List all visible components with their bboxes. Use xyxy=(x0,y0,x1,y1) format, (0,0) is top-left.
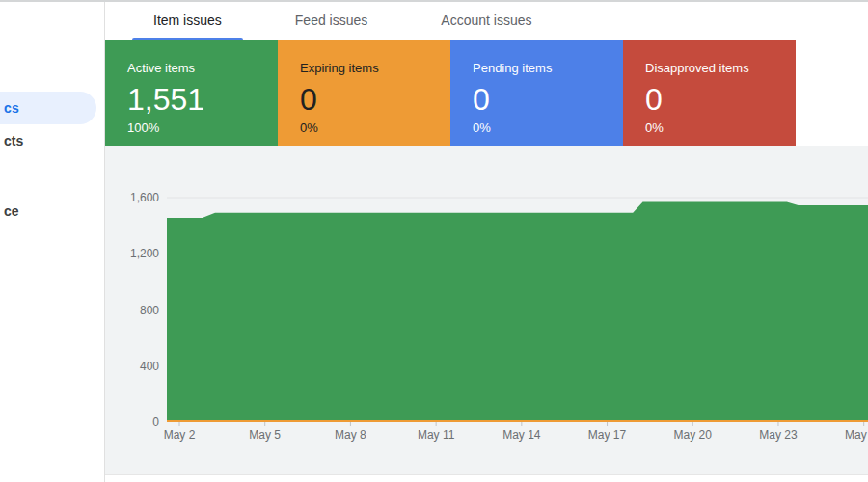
card-percent: 0% xyxy=(645,120,796,136)
issues-tab-bar: Item issues Feed issues Account issues xyxy=(105,0,868,40)
sidebar-item-products[interactable]: cts xyxy=(4,133,23,148)
svg-text:May 14: May 14 xyxy=(502,428,541,442)
card-percent: 100% xyxy=(127,120,278,136)
tab-account-issues[interactable]: Account issues xyxy=(420,0,553,40)
svg-text:May 8: May 8 xyxy=(335,428,366,442)
card-pending-items[interactable]: Pending items 0 0% xyxy=(450,40,623,146)
svg-text:0: 0 xyxy=(152,415,159,429)
svg-text:1,600: 1,600 xyxy=(130,191,159,204)
svg-text:May 20: May 20 xyxy=(674,428,713,442)
card-percent: 0% xyxy=(300,120,450,136)
card-value: 0 xyxy=(300,82,450,117)
svg-text:May 26: May 26 xyxy=(845,428,868,442)
card-label: Active items xyxy=(127,61,278,76)
card-disapproved-items[interactable]: Disapproved items 0 0% xyxy=(623,40,796,146)
main-content: Item issues Feed issues Account issues A… xyxy=(105,0,868,482)
svg-text:May 11: May 11 xyxy=(418,428,455,442)
svg-text:May 5: May 5 xyxy=(249,428,281,442)
svg-text:800: 800 xyxy=(140,304,159,317)
card-value: 0 xyxy=(645,82,796,117)
sidebar-item-diagnostics-label: cs xyxy=(4,100,19,116)
svg-text:1,200: 1,200 xyxy=(130,247,159,260)
sidebar-item-diagnostics[interactable]: cs xyxy=(0,92,96,124)
svg-text:400: 400 xyxy=(140,360,159,373)
tab-item-issues[interactable]: Item issues xyxy=(132,0,243,40)
sidebar: cs cts ce xyxy=(0,0,104,482)
sidebar-item-performance[interactable]: ce xyxy=(4,203,19,219)
tab-feed-issues[interactable]: Feed issues xyxy=(274,0,389,40)
svg-text:May 2: May 2 xyxy=(164,428,196,442)
svg-text:May 23: May 23 xyxy=(759,428,798,442)
card-percent: 0% xyxy=(473,120,623,136)
card-label: Expiring items xyxy=(300,61,450,76)
card-value: 0 xyxy=(473,82,623,117)
card-value: 1,551 xyxy=(127,82,278,117)
svg-text:May 17: May 17 xyxy=(588,428,627,442)
card-label: Pending items xyxy=(473,61,623,76)
sidebar-divider xyxy=(104,0,105,482)
card-active-items[interactable]: Active items 1,551 100% xyxy=(105,40,278,146)
window-top-border xyxy=(0,0,868,2)
bottom-strip xyxy=(105,474,868,482)
summary-cards-row: Active items 1,551 100% Expiring items 0… xyxy=(105,40,796,146)
card-expiring-items[interactable]: Expiring items 0 0% xyxy=(278,40,450,146)
chart-panel: May 2May 5May 8May 11May 14May 17May 20M… xyxy=(105,146,868,474)
items-time-series-chart[interactable]: May 2May 5May 8May 11May 14May 17May 20M… xyxy=(105,146,868,474)
card-label: Disapproved items xyxy=(645,61,796,76)
